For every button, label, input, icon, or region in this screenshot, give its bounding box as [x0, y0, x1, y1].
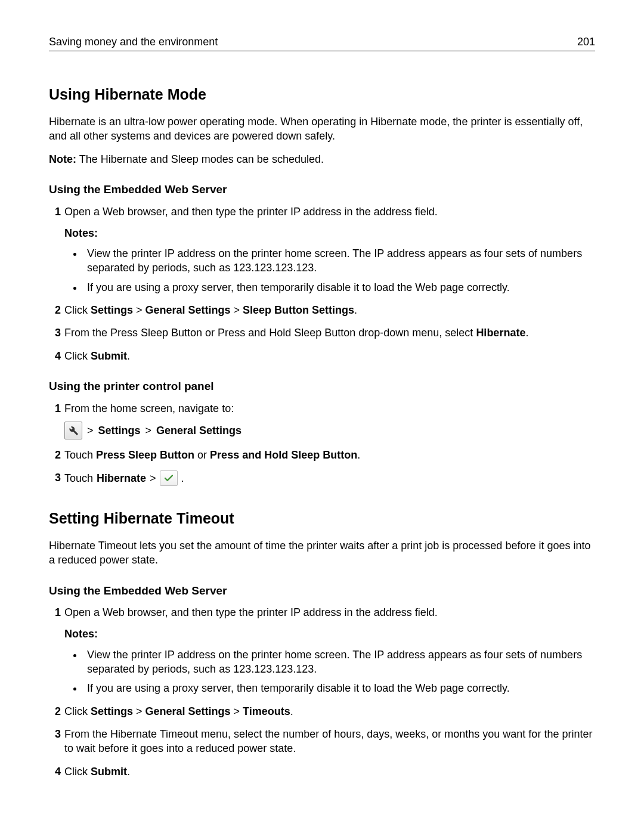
bold-text: Press and Hold Sleep Button — [210, 449, 357, 461]
text: > — [133, 705, 145, 717]
hibernate-mode-section: Using Hibernate Mode Hibernate is an ult… — [49, 85, 595, 486]
hm-subheading-ews: Using the Embedded Web Server — [49, 182, 595, 197]
step-text: From the home screen, navigate to: — [64, 402, 234, 414]
text: . — [525, 327, 528, 339]
document-page: Saving money and the environment 201 Usi… — [0, 0, 644, 779]
bold-text: Settings — [98, 423, 141, 438]
step-body: Click Settings > General Settings > Slee… — [64, 303, 595, 317]
note-label: Note: — [49, 153, 76, 165]
bold-text: General Settings — [145, 705, 231, 717]
text: From the Press Sleep Button or Press and… — [64, 327, 476, 339]
list-item: 3 Touch Hibernate > . — [49, 470, 595, 486]
hibernate-mode-intro: Hibernate is an ultra‑low power operatin… — [49, 114, 595, 144]
text: Touch — [64, 449, 96, 461]
step-body: From the home screen, navigate to: > Set… — [64, 401, 595, 439]
text: > — [133, 304, 145, 316]
step-number: 4 — [49, 764, 61, 779]
step-number: 1 — [49, 401, 61, 416]
wrench-icon — [64, 422, 82, 439]
text: Click — [64, 350, 91, 362]
hm-ews-steps: 1 Open a Web browser, and then type the … — [49, 205, 595, 363]
notes-bullets: View the printer IP address on the print… — [64, 648, 595, 696]
text: > — [231, 705, 243, 717]
text: Click — [64, 766, 91, 778]
list-item: 2 Click Settings > General Settings > Sl… — [49, 303, 595, 317]
step-text: From the Hibernate Timeout menu, select … — [64, 728, 592, 754]
step-number: 2 — [49, 303, 61, 317]
list-item: 2 Click Settings > General Settings > Ti… — [49, 704, 595, 719]
hibernate-mode-note: Note: The Hibernate and Sleep modes can … — [49, 152, 595, 166]
step-body: Click Submit. — [64, 349, 595, 363]
bold-text: Sleep Button Settings — [243, 304, 354, 316]
step-body: Touch Press Sleep Button or Press and Ho… — [64, 448, 595, 462]
list-item: 2 Touch Press Sleep Button or Press and … — [49, 448, 595, 462]
text: Click — [64, 705, 91, 717]
list-item: View the printer IP address on the print… — [83, 648, 595, 677]
note-text: The Hibernate and Sleep modes can be sch… — [76, 153, 324, 165]
list-item: 4 Click Submit. — [49, 764, 595, 779]
list-item: View the printer IP address on the print… — [83, 246, 595, 275]
hm-panel-steps: 1 From the home screen, navigate to: > S… — [49, 401, 595, 487]
step-body: Click Submit. — [64, 764, 595, 779]
bold-text: Settings — [91, 705, 133, 717]
text: . — [127, 350, 130, 362]
header-page-number: 201 — [577, 35, 595, 49]
text: > — [145, 423, 152, 438]
text: . — [354, 304, 357, 316]
bold-text: Press Sleep Button — [96, 449, 194, 461]
step-text: Open a Web browser, and then type the pr… — [64, 606, 438, 618]
hibernate-timeout-intro: Hibernate Timeout lets you set the amoun… — [49, 538, 595, 568]
step-number: 3 — [49, 470, 61, 485]
step-text: Open a Web browser, and then type the pr… — [64, 206, 438, 218]
text: > — [231, 304, 243, 316]
step-number: 4 — [49, 349, 61, 363]
bold-text: Hibernate — [476, 327, 525, 339]
hm-subheading-panel: Using the printer control panel — [49, 379, 595, 394]
step-number: 2 — [49, 448, 61, 462]
text: . — [290, 705, 293, 717]
running-header: Saving money and the environment 201 — [49, 35, 595, 51]
list-item: 1 Open a Web browser, and then type the … — [49, 205, 595, 295]
step-body: Click Settings > General Settings > Time… — [64, 704, 595, 719]
bold-text: Submit — [91, 350, 127, 362]
hibernate-mode-heading: Using Hibernate Mode — [49, 85, 595, 105]
list-item: 3 From the Hibernate Timeout menu, selec… — [49, 727, 595, 756]
ht-ews-steps: 1 Open a Web browser, and then type the … — [49, 605, 595, 779]
ht-subheading-ews: Using the Embedded Web Server — [49, 583, 595, 599]
list-item: If you are using a proxy server, then te… — [83, 681, 595, 695]
checkmark-icon — [160, 470, 178, 486]
text: Touch — [64, 471, 93, 485]
notes-label: Notes: — [64, 627, 595, 641]
header-section-title: Saving money and the environment — [49, 35, 218, 49]
bold-text: General Settings — [145, 304, 231, 316]
notes-label: Notes: — [64, 226, 595, 240]
text: > — [87, 423, 94, 438]
step-number: 3 — [49, 727, 61, 741]
text: Click — [64, 304, 91, 316]
text: . — [181, 471, 184, 485]
notes-bullets: View the printer IP address on the print… — [64, 246, 595, 295]
text: . — [357, 449, 360, 461]
step-body: Open a Web browser, and then type the pr… — [64, 205, 595, 295]
hibernate-timeout-section: Setting Hibernate Timeout Hibernate Time… — [49, 509, 595, 779]
text: . — [127, 766, 130, 778]
step-body: From the Press Sleep Button or Press and… — [64, 326, 595, 340]
list-item: 4 Click Submit. — [49, 349, 595, 363]
step-number: 1 — [49, 605, 61, 620]
list-item: 1 Open a Web browser, and then type the … — [49, 605, 595, 695]
bold-text: Timeouts — [243, 705, 290, 717]
list-item: If you are using a proxy server, then te… — [83, 280, 595, 295]
text: > — [150, 471, 156, 485]
text: or — [194, 449, 210, 461]
step-body: Open a Web browser, and then type the pr… — [64, 605, 595, 695]
bold-text: Hibernate — [97, 471, 146, 485]
step-number: 1 — [49, 205, 61, 219]
list-item: 3 From the Press Sleep Button or Press a… — [49, 326, 595, 340]
bold-text: Settings — [91, 304, 133, 316]
step-body: Touch Hibernate > . — [64, 470, 595, 486]
list-item: 1 From the home screen, navigate to: > S… — [49, 401, 595, 439]
bold-text: Submit — [91, 766, 127, 778]
hibernate-timeout-heading: Setting Hibernate Timeout — [49, 509, 595, 529]
nav-path: > Settings > General Settings — [64, 422, 595, 439]
step-body: From the Hibernate Timeout menu, select … — [64, 727, 595, 756]
